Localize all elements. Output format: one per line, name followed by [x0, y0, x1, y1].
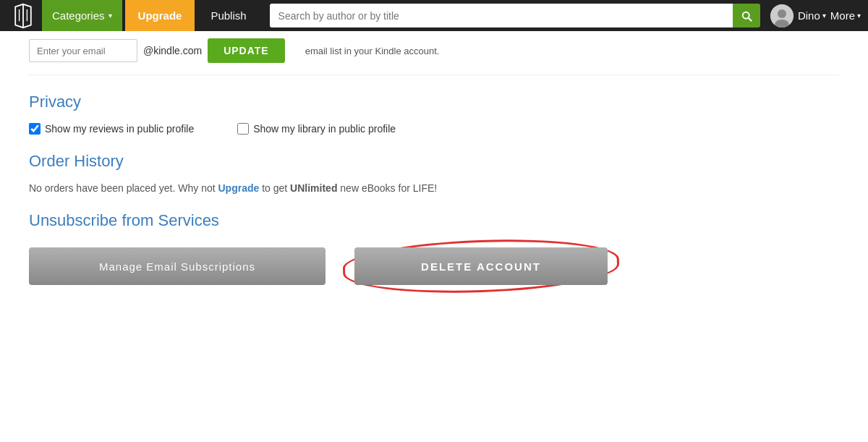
categories-button[interactable]: Categories ▾ [42, 0, 122, 31]
show-library-checkbox[interactable] [237, 123, 249, 135]
publish-button[interactable]: Publish [197, 0, 259, 31]
avatar [770, 4, 793, 27]
chevron-down-icon: ▾ [109, 12, 112, 20]
email-row: @kindle.com UPDATE email list in your Ki… [29, 31, 839, 75]
show-reviews-checkbox[interactable] [29, 123, 41, 135]
privacy-section: Privacy Show my reviews in public profil… [29, 93, 839, 135]
search-input[interactable] [270, 4, 733, 27]
main-content: @kindle.com UPDATE email list in your Ki… [0, 31, 868, 285]
kindle-domain-label: @kindle.com [143, 45, 202, 56]
delete-account-button[interactable]: DELETE ACCOUNT [354, 247, 608, 285]
order-history-text: No orders have been placed yet. Why not … [29, 182, 839, 194]
search-button[interactable] [733, 4, 760, 27]
upgrade-button[interactable]: Upgrade [125, 0, 195, 31]
order-history-section: Order History No orders have been placed… [29, 152, 839, 194]
privacy-checkboxes: Show my reviews in public profile Show m… [29, 123, 839, 135]
chevron-down-icon: ▾ [857, 12, 861, 20]
unsubscribe-title: Unsubscribe from Services [29, 211, 839, 230]
unsubscribe-section: Unsubscribe from Services Manage Email S… [29, 211, 839, 285]
search-icon [740, 9, 753, 22]
more-button[interactable]: More ▾ [830, 9, 861, 22]
site-logo[interactable] [7, 0, 39, 31]
user-menu-button[interactable]: Dino ▾ [798, 9, 826, 22]
manage-email-button[interactable]: Manage Email Subscriptions [29, 247, 326, 285]
upgrade-link[interactable]: Upgrade [218, 182, 259, 194]
unsubscribe-buttons: Manage Email Subscriptions DELETE ACCOUN… [29, 247, 839, 285]
delete-account-wrap: DELETE ACCOUNT [354, 247, 608, 285]
show-library-label[interactable]: Show my library in public profile [237, 123, 396, 135]
unlimited-text: UNlimited [290, 182, 337, 194]
email-input[interactable] [29, 39, 137, 62]
search-bar [270, 4, 760, 27]
svg-point-3 [778, 9, 786, 18]
update-button[interactable]: UPDATE [208, 38, 285, 63]
navbar: Categories ▾ Upgrade Publish Dino ▾ Mo [0, 0, 868, 31]
show-reviews-label[interactable]: Show my reviews in public profile [29, 123, 194, 135]
privacy-title: Privacy [29, 93, 839, 111]
order-history-title: Order History [29, 152, 839, 171]
chevron-down-icon: ▾ [822, 12, 826, 20]
email-description: email list in your Kindle account. [305, 46, 440, 56]
nav-right: Dino ▾ More ▾ [770, 4, 861, 27]
